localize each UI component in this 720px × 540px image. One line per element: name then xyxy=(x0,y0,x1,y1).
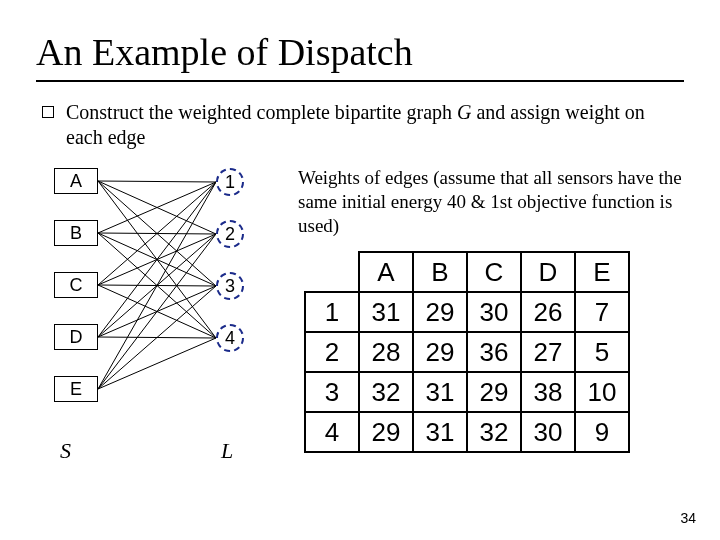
weights-caption: Weights of edges (assume that all sensor… xyxy=(298,166,684,237)
col-header: E xyxy=(575,252,629,292)
col-header: C xyxy=(467,252,521,292)
cell: 30 xyxy=(521,412,575,452)
graph-edges xyxy=(36,160,286,480)
row-header: 3 xyxy=(305,372,359,412)
col-header: B xyxy=(413,252,467,292)
cell: 38 xyxy=(521,372,575,412)
cell: 31 xyxy=(359,292,413,332)
cell: 32 xyxy=(359,372,413,412)
table-row: 2 28 29 36 27 5 xyxy=(305,332,629,372)
svg-line-17 xyxy=(98,234,216,389)
cell: 36 xyxy=(467,332,521,372)
cell: 10 xyxy=(575,372,629,412)
cell: 29 xyxy=(467,372,521,412)
table-row: 3 32 31 29 38 10 xyxy=(305,372,629,412)
left-node: E xyxy=(54,376,98,402)
svg-line-4 xyxy=(98,182,216,233)
left-node: A xyxy=(54,168,98,194)
left-node: C xyxy=(54,272,98,298)
table-header-row: A B C D E xyxy=(305,252,629,292)
bullet-mid: weighted complete bipartite graph xyxy=(178,101,457,123)
square-bullet-icon xyxy=(42,106,54,118)
cell: 5 xyxy=(575,332,629,372)
title-rule xyxy=(36,80,684,82)
row-header: 4 xyxy=(305,412,359,452)
cell: 9 xyxy=(575,412,629,452)
right-node: 1 xyxy=(216,168,244,196)
page-number: 34 xyxy=(680,510,696,526)
content-row: A B C D E 1 2 3 4 S L Weights of edges (… xyxy=(36,160,684,480)
table-corner-blank xyxy=(305,252,359,292)
left-node: B xyxy=(54,220,98,246)
cell: 29 xyxy=(359,412,413,452)
col-header: D xyxy=(521,252,575,292)
bullet-graph-symbol: G xyxy=(457,101,471,123)
weights-table: A B C D E 1 31 29 30 26 7 2 28 29 xyxy=(304,251,630,453)
slide-title: An Example of Dispatch xyxy=(36,30,684,74)
cell: 29 xyxy=(413,292,467,332)
cell: 31 xyxy=(413,412,467,452)
cell: 29 xyxy=(413,332,467,372)
table-row: 4 29 31 32 30 9 xyxy=(305,412,629,452)
svg-line-19 xyxy=(98,338,216,389)
cell: 30 xyxy=(467,292,521,332)
right-node: 3 xyxy=(216,272,244,300)
cell: 32 xyxy=(467,412,521,452)
svg-line-0 xyxy=(98,181,216,182)
row-header: 2 xyxy=(305,332,359,372)
cell: 31 xyxy=(413,372,467,412)
cell: 27 xyxy=(521,332,575,372)
bipartite-graph: A B C D E 1 2 3 4 S L xyxy=(36,160,286,480)
right-node: 4 xyxy=(216,324,244,352)
right-set-label: L xyxy=(221,438,233,464)
table-row: 1 31 29 30 26 7 xyxy=(305,292,629,332)
bullet-text: Construct the weighted complete bipartit… xyxy=(66,100,684,150)
right-node: 2 xyxy=(216,220,244,248)
cell: 26 xyxy=(521,292,575,332)
cell: 7 xyxy=(575,292,629,332)
bullet-item: Construct the weighted complete bipartit… xyxy=(36,100,684,150)
cell: 28 xyxy=(359,332,413,372)
left-set-label: S xyxy=(60,438,71,464)
bullet-pre: Construct the xyxy=(66,101,178,123)
left-node: D xyxy=(54,324,98,350)
slide: An Example of Dispatch Construct the wei… xyxy=(0,0,720,540)
col-header: A xyxy=(359,252,413,292)
row-header: 1 xyxy=(305,292,359,332)
right-column: Weights of edges (assume that all sensor… xyxy=(296,160,684,480)
